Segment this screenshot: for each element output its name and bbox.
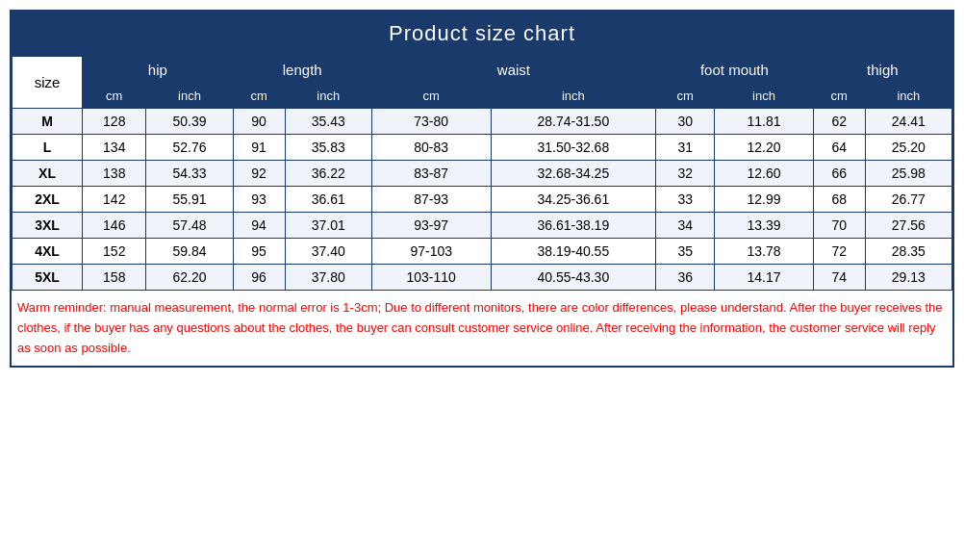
- table-cell: 12.99: [715, 187, 813, 213]
- table-cell: 52.76: [146, 135, 233, 161]
- table-cell: 158: [83, 265, 146, 291]
- table-cell: 54.33: [146, 161, 233, 187]
- table-cell: 64: [813, 135, 865, 161]
- foot-inch-sub: inch: [715, 84, 813, 109]
- table-cell: 128: [83, 109, 146, 135]
- table-cell: 34: [656, 213, 715, 239]
- table-cell: 3XL: [13, 213, 83, 239]
- table-row: M12850.399035.4373-8028.74-31.503011.816…: [13, 109, 952, 135]
- table-cell: 40.55-43.30: [491, 265, 656, 291]
- table-row: 4XL15259.849537.4097-10338.19-40.553513.…: [13, 239, 952, 265]
- chart-title: Product size chart: [12, 12, 952, 56]
- table-cell: 92: [233, 161, 285, 187]
- table-cell: 38.19-40.55: [491, 239, 656, 265]
- table-cell: 97-103: [371, 239, 491, 265]
- table-cell: 26.77: [865, 187, 951, 213]
- size-table: size hip length waist foot mouth thigh c…: [12, 56, 952, 291]
- table-cell: 55.91: [146, 187, 233, 213]
- table-cell: 146: [83, 213, 146, 239]
- size-header: size: [13, 57, 83, 109]
- header-row-top: size hip length waist foot mouth thigh: [13, 57, 952, 84]
- table-cell: 142: [83, 187, 146, 213]
- table-cell: 68: [813, 187, 865, 213]
- page-container: Product size chart size hip length waist…: [0, 0, 964, 377]
- hip-header: hip: [83, 57, 234, 84]
- table-cell: 50.39: [146, 109, 233, 135]
- table-row: 5XL15862.209637.80103-11040.55-43.303614…: [13, 265, 952, 291]
- table-cell: 70: [813, 213, 865, 239]
- table-cell: 93-97: [371, 213, 491, 239]
- table-cell: 36.22: [285, 161, 371, 187]
- table-cell: 37.80: [285, 265, 371, 291]
- table-cell: 27.56: [865, 213, 951, 239]
- table-cell: 12.60: [715, 161, 813, 187]
- table-cell: 28.74-31.50: [491, 109, 656, 135]
- table-cell: 29.13: [865, 265, 951, 291]
- table-cell: 37.01: [285, 213, 371, 239]
- table-cell: 59.84: [146, 239, 233, 265]
- table-cell: 95: [233, 239, 285, 265]
- footer-text: Warm reminder: manual measurement, the n…: [12, 291, 952, 366]
- table-cell: M: [13, 109, 83, 135]
- table-cell: 24.41: [865, 109, 951, 135]
- hip-inch-sub: inch: [146, 84, 233, 109]
- foot-cm-sub: cm: [656, 84, 715, 109]
- table-cell: 35.43: [285, 109, 371, 135]
- table-cell: L: [13, 135, 83, 161]
- table-cell: 91: [233, 135, 285, 161]
- table-cell: 13.78: [715, 239, 813, 265]
- foot-mouth-header: foot mouth: [656, 57, 814, 84]
- table-cell: 31.50-32.68: [491, 135, 656, 161]
- table-cell: 36: [656, 265, 715, 291]
- table-cell: 28.35: [865, 239, 951, 265]
- table-cell: 5XL: [13, 265, 83, 291]
- table-cell: XL: [13, 161, 83, 187]
- thigh-inch-sub: inch: [865, 84, 951, 109]
- table-cell: 25.98: [865, 161, 951, 187]
- table-cell: 94: [233, 213, 285, 239]
- table-cell: 62.20: [146, 265, 233, 291]
- table-cell: 66: [813, 161, 865, 187]
- table-cell: 2XL: [13, 187, 83, 213]
- table-cell: 32: [656, 161, 715, 187]
- table-row: 3XL14657.489437.0193-9736.61-38.193413.3…: [13, 213, 952, 239]
- table-cell: 31: [656, 135, 715, 161]
- waist-inch-sub: inch: [491, 84, 656, 109]
- table-cell: 36.61: [285, 187, 371, 213]
- length-header: length: [233, 57, 371, 84]
- table-cell: 103-110: [371, 265, 491, 291]
- table-cell: 80-83: [371, 135, 491, 161]
- table-cell: 11.81: [715, 109, 813, 135]
- table-cell: 30: [656, 109, 715, 135]
- table-cell: 35: [656, 239, 715, 265]
- table-cell: 90: [233, 109, 285, 135]
- table-cell: 4XL: [13, 239, 83, 265]
- table-cell: 37.40: [285, 239, 371, 265]
- hip-cm-sub: cm: [83, 84, 146, 109]
- table-cell: 72: [813, 239, 865, 265]
- table-cell: 87-93: [371, 187, 491, 213]
- table-row: XL13854.339236.2283-8732.68-34.253212.60…: [13, 161, 952, 187]
- table-cell: 13.39: [715, 213, 813, 239]
- thigh-header: thigh: [813, 57, 951, 84]
- table-cell: 138: [83, 161, 146, 187]
- table-cell: 33: [656, 187, 715, 213]
- thigh-cm-sub: cm: [813, 84, 865, 109]
- header-row-sub: cm inch cm inch cm inch cm inch cm inch: [13, 84, 952, 109]
- table-cell: 57.48: [146, 213, 233, 239]
- table-cell: 62: [813, 109, 865, 135]
- table-cell: 152: [83, 239, 146, 265]
- waist-header: waist: [371, 57, 655, 84]
- table-cell: 74: [813, 265, 865, 291]
- table-row: L13452.769135.8380-8331.50-32.683112.206…: [13, 135, 952, 161]
- table-row: 2XL14255.919336.6187-9334.25-36.613312.9…: [13, 187, 952, 213]
- table-cell: 12.20: [715, 135, 813, 161]
- chart-wrapper: Product size chart size hip length waist…: [10, 10, 954, 368]
- table-cell: 93: [233, 187, 285, 213]
- table-cell: 73-80: [371, 109, 491, 135]
- table-cell: 36.61-38.19: [491, 213, 656, 239]
- table-cell: 14.17: [715, 265, 813, 291]
- table-cell: 25.20: [865, 135, 951, 161]
- table-cell: 32.68-34.25: [491, 161, 656, 187]
- len-inch-sub: inch: [285, 84, 371, 109]
